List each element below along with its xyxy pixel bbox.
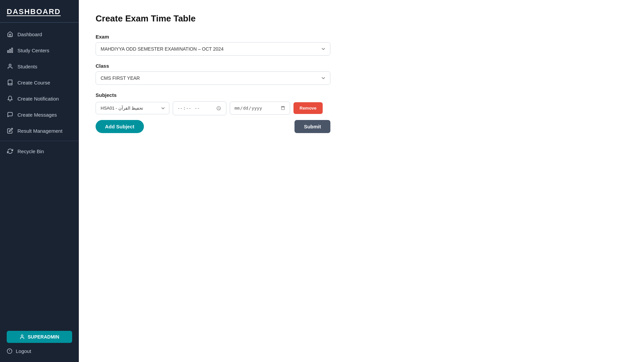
- exam-group: Exam MAHDIYYA ODD SEMESTER EXAMINATION –…: [96, 34, 330, 56]
- sidebar-item-students[interactable]: Students: [0, 58, 79, 74]
- sidebar-item-create-course[interactable]: Create Course: [0, 74, 79, 90]
- sidebar-item-dashboard-label: Dashboard: [17, 32, 42, 37]
- sidebar-footer: SUPERADMIN Logout: [0, 325, 79, 362]
- sidebar-item-create-messages[interactable]: Create Messages: [0, 107, 79, 123]
- form-section: Exam MAHDIYYA ODD SEMESTER EXAMINATION –…: [96, 34, 330, 133]
- superadmin-user-icon: [19, 334, 25, 340]
- sidebar-item-create-course-label: Create Course: [17, 80, 50, 85]
- svg-rect-2: [8, 51, 9, 53]
- sidebar-item-result-management[interactable]: Result Management: [0, 123, 79, 139]
- logout-button[interactable]: Logout: [7, 347, 72, 355]
- subjects-label: Subjects: [96, 92, 330, 98]
- sidebar-item-study-centers-label: Study Centers: [17, 48, 49, 53]
- sidebar-item-result-management-label: Result Management: [17, 128, 62, 134]
- page-title: Create Exam Time Table: [96, 13, 627, 24]
- sidebar-divider: [0, 141, 79, 141]
- subjects-group: Subjects HSA01 - تحفيظ القرآن Remove Add…: [96, 92, 330, 133]
- svg-point-4: [21, 335, 23, 337]
- date-input[interactable]: [230, 102, 290, 115]
- sidebar-nav: Dashboard Study Centers Students Create …: [0, 23, 79, 325]
- action-row: Add Subject Submit: [96, 120, 330, 133]
- main-content: Create Exam Time Table Exam MAHDIYYA ODD…: [79, 0, 644, 362]
- bar-chart-icon: [7, 47, 13, 54]
- user-icon: [7, 63, 13, 70]
- sidebar-item-dashboard[interactable]: Dashboard: [0, 26, 79, 42]
- sidebar-item-create-notification-label: Create Notification: [17, 96, 59, 102]
- logout-label: Logout: [16, 348, 31, 354]
- brand-title: DASHBOARD: [7, 7, 72, 16]
- exam-label: Exam: [96, 34, 330, 40]
- sidebar-item-study-centers[interactable]: Study Centers: [0, 42, 79, 58]
- bell-icon: [7, 95, 13, 102]
- svg-rect-0: [12, 48, 13, 53]
- home-icon: [7, 31, 13, 38]
- sidebar-item-recycle-bin-label: Recycle Bin: [17, 148, 44, 154]
- svg-point-3: [9, 64, 11, 66]
- subject-row: HSA01 - تحفيظ القرآن Remove: [96, 101, 330, 115]
- superadmin-label: SUPERADMIN: [28, 334, 59, 340]
- class-group: Class CMS FIRST YEAR: [96, 63, 330, 85]
- time-input[interactable]: [173, 101, 226, 115]
- remove-button[interactable]: Remove: [293, 102, 323, 114]
- power-icon: [7, 348, 12, 354]
- exam-select[interactable]: MAHDIYYA ODD SEMESTER EXAMINATION – OCT …: [96, 42, 330, 56]
- superadmin-button[interactable]: SUPERADMIN: [7, 331, 72, 343]
- sidebar-item-recycle-bin[interactable]: Recycle Bin: [0, 143, 79, 159]
- sidebar-item-students-label: Students: [17, 64, 37, 69]
- sidebar: DASHBOARD Dashboard Study Centers Studen…: [0, 0, 79, 362]
- edit-icon: [7, 127, 13, 134]
- subject-select[interactable]: HSA01 - تحفيظ القرآن: [96, 102, 169, 114]
- sidebar-item-create-notification[interactable]: Create Notification: [0, 90, 79, 107]
- submit-button[interactable]: Submit: [294, 120, 330, 133]
- sidebar-item-create-messages-label: Create Messages: [17, 112, 57, 118]
- brand-area: DASHBOARD: [0, 0, 79, 23]
- book-icon: [7, 79, 13, 86]
- recycle-bin-icon: [7, 148, 13, 155]
- class-select[interactable]: CMS FIRST YEAR: [96, 71, 330, 85]
- class-label: Class: [96, 63, 330, 69]
- add-subject-button[interactable]: Add Subject: [96, 120, 144, 133]
- message-icon: [7, 111, 13, 118]
- svg-rect-1: [10, 49, 11, 53]
